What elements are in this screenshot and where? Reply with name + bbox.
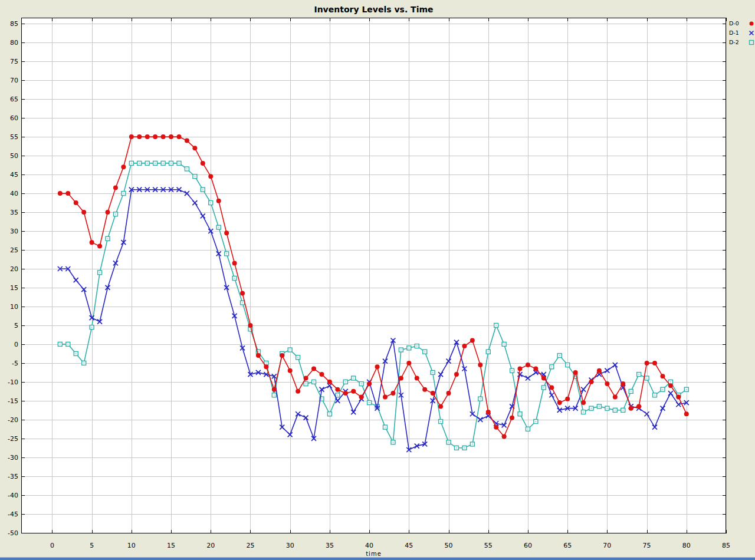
legend-label-D-1: D-1 — [729, 29, 739, 36]
svg-text:60: 60 — [524, 542, 532, 549]
svg-text:-30: -30 — [8, 454, 18, 462]
svg-text:5: 5 — [90, 542, 94, 549]
legend-item-D-0: D-0 — [729, 19, 755, 27]
svg-text:35: 35 — [326, 542, 334, 549]
svg-text:65: 65 — [563, 542, 572, 549]
legend-marker-D-0 — [748, 20, 755, 27]
svg-text:60: 60 — [10, 114, 18, 122]
svg-text:70: 70 — [10, 77, 18, 84]
svg-text:-35: -35 — [8, 473, 18, 480]
x-axis-label: time — [21, 551, 726, 557]
svg-text:-50: -50 — [8, 529, 18, 537]
svg-text:70: 70 — [603, 542, 611, 549]
svg-text:10: 10 — [10, 303, 18, 311]
svg-text:10: 10 — [127, 542, 136, 549]
svg-text:-20: -20 — [8, 416, 18, 424]
svg-text:55: 55 — [484, 542, 493, 549]
legend-label-D-2: D-2 — [729, 39, 739, 45]
chart-plot-area: 0510152025303540455055606570758085-50-45… — [0, 0, 755, 560]
svg-text:55: 55 — [10, 133, 18, 141]
svg-text:30: 30 — [286, 542, 294, 549]
svg-text:75: 75 — [643, 542, 651, 549]
legend-item-D-1: D-1 — [729, 29, 755, 37]
svg-text:45: 45 — [405, 542, 413, 549]
svg-text:-45: -45 — [8, 510, 18, 518]
svg-text:25: 25 — [246, 542, 254, 549]
svg-text:50: 50 — [10, 152, 18, 160]
svg-text:-15: -15 — [8, 397, 18, 405]
chart-window: Inventory Levels vs. Time 05101520253035… — [0, 0, 755, 560]
svg-text:75: 75 — [10, 58, 18, 65]
svg-text:85: 85 — [722, 542, 730, 549]
svg-text:40: 40 — [365, 542, 373, 549]
svg-text:20: 20 — [10, 265, 18, 273]
svg-text:20: 20 — [206, 542, 215, 549]
svg-text:0: 0 — [14, 341, 18, 348]
svg-text:25: 25 — [10, 246, 18, 254]
legend-marker-D-2 — [748, 39, 755, 46]
svg-text:15: 15 — [167, 542, 175, 549]
svg-text:85: 85 — [10, 20, 18, 28]
svg-text:80: 80 — [682, 542, 691, 549]
y-tick-labels: -50-45-40-35-30-25-20-15-10-505101520253… — [8, 20, 18, 536]
svg-text:65: 65 — [10, 95, 18, 103]
svg-text:50: 50 — [445, 542, 453, 549]
plot-background — [21, 18, 726, 533]
svg-text:-5: -5 — [12, 360, 18, 367]
svg-text:5: 5 — [14, 322, 18, 330]
legend-label-D-0: D-0 — [729, 20, 739, 27]
svg-text:35: 35 — [10, 209, 18, 216]
svg-text:80: 80 — [10, 39, 18, 47]
svg-text:15: 15 — [10, 284, 18, 292]
svg-text:0: 0 — [50, 542, 54, 549]
svg-text:30: 30 — [10, 228, 18, 235]
legend-marker-D-1 — [748, 29, 755, 37]
svg-text:-10: -10 — [8, 378, 18, 386]
window-bottom-edge — [0, 557, 755, 560]
svg-text:-25: -25 — [8, 435, 18, 443]
x-tick-labels: 0510152025303540455055606570758085 — [50, 542, 730, 549]
chart-legend: D-0D-1D-2 — [729, 19, 755, 46]
svg-text:-40: -40 — [8, 492, 18, 499]
legend-item-D-2: D-2 — [729, 38, 755, 46]
svg-text:40: 40 — [10, 190, 18, 197]
svg-text:45: 45 — [10, 171, 18, 179]
